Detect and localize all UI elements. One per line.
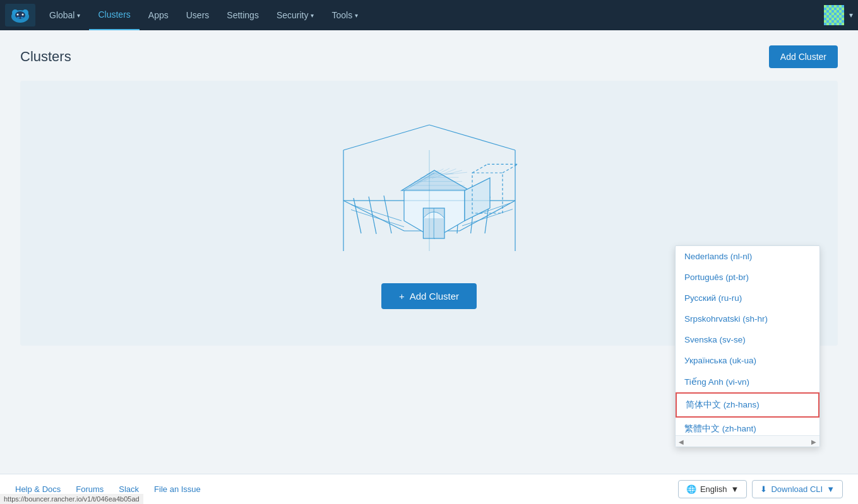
avatar[interactable] (824, 5, 844, 25)
language-list: Nederlands (nl-nl)Português (pt-br)Русск… (676, 246, 819, 435)
user-menu-caret[interactable]: ▾ (849, 11, 853, 20)
svg-point-7 (17, 14, 19, 16)
nav-item-clusters[interactable]: Clusters (89, 0, 139, 30)
chevron-down-icon: ▾ (77, 12, 80, 19)
scroll-left-arrow[interactable]: ◀ (676, 436, 687, 447)
page-title: Clusters (20, 49, 71, 65)
nav-right: ▾ (824, 5, 853, 25)
svg-point-4 (15, 11, 25, 19)
svg-line-48 (343, 125, 429, 150)
language-item[interactable]: 简体中文 (zh-hans) (676, 392, 819, 418)
chevron-down-icon: ▾ (311, 12, 314, 19)
nav-item-settings[interactable]: Settings (218, 0, 268, 30)
svg-point-5 (17, 17, 20, 19)
add-cluster-header-button[interactable]: Add Cluster (769, 45, 838, 68)
nav-item-tools[interactable]: Tools ▾ (323, 0, 367, 30)
language-item[interactable]: Tiếng Anh (vi-vn) (676, 371, 819, 392)
navbar: Global ▾ Clusters Apps Users Settings Se… (0, 0, 858, 30)
plus-icon: + (399, 291, 405, 302)
scroll-controls: ◀ ▶ (676, 435, 819, 447)
chevron-down-icon: ▾ (355, 12, 358, 19)
language-item[interactable]: Українська (uk-ua) (676, 350, 819, 371)
language-item[interactable]: Nederlands (nl-nl) (676, 246, 819, 267)
language-item[interactable]: Svenska (sv-se) (676, 329, 819, 350)
language-item[interactable]: Srpskohrvatski (sh-hr) (676, 308, 819, 329)
scroll-right-arrow[interactable]: ▶ (808, 436, 819, 447)
svg-line-49 (429, 125, 515, 150)
language-dropdown: Nederlands (nl-nl)Português (pt-br)Русск… (675, 245, 820, 447)
svg-line-15 (384, 196, 391, 233)
svg-point-8 (22, 14, 24, 16)
nav-item-global[interactable]: Global ▾ (40, 0, 89, 30)
svg-line-16 (351, 204, 402, 221)
page-header: Clusters Add Cluster (20, 45, 838, 68)
svg-marker-39 (465, 178, 490, 221)
nav-item-security[interactable]: Security ▾ (268, 0, 323, 30)
svg-line-13 (354, 198, 361, 233)
nav-item-apps[interactable]: Apps (140, 0, 177, 30)
language-item[interactable]: 繁體中文 (zh-hant) (676, 418, 819, 435)
svg-line-14 (369, 196, 376, 233)
svg-line-31 (446, 172, 467, 174)
svg-point-6 (21, 17, 24, 19)
nav-items: Global ▾ Clusters Apps Users Settings Se… (40, 0, 824, 30)
language-item[interactable]: Português (pt-br) (676, 267, 819, 288)
svg-line-41 (472, 164, 487, 173)
add-cluster-button[interactable]: + Add Cluster (381, 283, 477, 309)
nav-item-users[interactable]: Users (177, 0, 218, 30)
language-item[interactable]: Русский (ru-ru) (676, 288, 819, 308)
rancher-logo[interactable] (5, 4, 35, 26)
farm-illustration (303, 118, 556, 263)
